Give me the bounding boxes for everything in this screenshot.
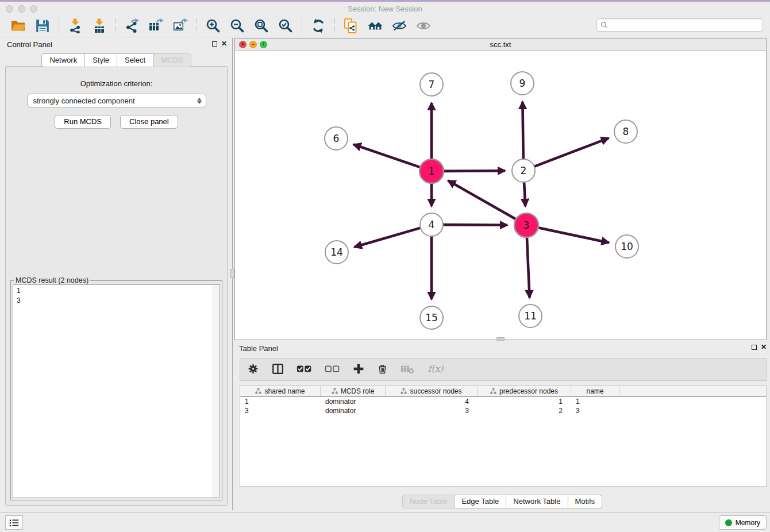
cell-name[interactable]: 1 — [571, 397, 619, 406]
toolbar-separator — [59, 18, 59, 34]
zoom-fit-icon — [254, 18, 269, 35]
copy-network-button[interactable] — [341, 18, 361, 35]
table-row[interactable]: 1dominator411 — [240, 397, 766, 406]
search-input[interactable] — [611, 21, 759, 29]
float-table-panel-icon[interactable] — [752, 345, 757, 350]
graph-edge-2-9[interactable] — [522, 102, 523, 159]
graph-node-15[interactable]: 15 — [420, 306, 443, 329]
import-network-button[interactable] — [65, 18, 86, 35]
open-file-button[interactable] — [8, 18, 29, 35]
criterion-dropdown[interactable]: strongly connected component — [27, 94, 206, 107]
cell-shared-name[interactable]: 1 — [240, 397, 321, 406]
close-panel-button[interactable]: Close panel — [120, 115, 178, 129]
mcds-result-area[interactable]: 1 3 — [13, 284, 220, 498]
table-row[interactable]: 3dominator323 — [240, 406, 766, 415]
splitter-grip[interactable] — [230, 269, 234, 278]
graph-edge-4-3[interactable] — [443, 225, 507, 225]
control-panel-title: Control Panel — [7, 40, 52, 49]
column-header-successor-nodes[interactable]: successor nodes — [386, 386, 478, 396]
graph-edge-2-8[interactable] — [534, 138, 609, 166]
graph-edge-2-3[interactable] — [524, 182, 525, 206]
cell-shared-name[interactable]: 3 — [240, 406, 321, 415]
tab-network[interactable]: Network — [41, 53, 85, 67]
apply-preferred-layout-button[interactable] — [308, 18, 329, 35]
split-view-button[interactable] — [272, 363, 284, 377]
column-label: name — [586, 387, 603, 395]
home-view-button[interactable] — [365, 18, 386, 35]
import-network-icon — [68, 18, 83, 35]
graph-node-8[interactable]: 8 — [614, 120, 637, 143]
cell-successor-nodes[interactable]: 4 — [386, 397, 478, 406]
search-field[interactable] — [596, 18, 763, 32]
close-table-panel-icon[interactable]: ✕ — [761, 344, 767, 350]
export-table-button[interactable] — [146, 18, 167, 35]
graph-edge-3-1[interactable] — [448, 180, 516, 219]
graph-node-6[interactable]: 6 — [325, 127, 348, 150]
save-session-button[interactable] — [32, 18, 53, 35]
cell-successor-nodes[interactable]: 3 — [386, 406, 478, 415]
network-resize-grip[interactable] — [496, 337, 505, 341]
run-mcds-button[interactable]: Run MCDS — [55, 115, 111, 129]
tab-network-table[interactable]: Network Table — [506, 495, 568, 508]
add-column-button[interactable] — [353, 363, 364, 377]
graph-edge-3-11[interactable] — [527, 237, 530, 298]
zoom-in-icon — [206, 18, 221, 35]
cell-MCDS-role[interactable]: dominator — [321, 406, 386, 415]
hide-selected-button[interactable] — [389, 18, 410, 35]
zoom-fit-button[interactable] — [251, 18, 272, 35]
network-window: ✕ – + scc.txt 7968124314101511 — [234, 38, 767, 340]
graph-node-7[interactable]: 7 — [420, 73, 443, 96]
column-header-name[interactable]: name — [571, 386, 619, 396]
cell-predecessor-nodes[interactable]: 1 — [478, 397, 571, 406]
graph-node-1[interactable]: 1 — [419, 159, 444, 183]
panel-splitter[interactable] — [230, 38, 234, 510]
network-window-titlebar[interactable]: ✕ – + scc.txt — [235, 38, 766, 51]
export-network-button[interactable] — [122, 18, 143, 35]
import-table-icon — [92, 18, 107, 35]
graph-edge-4-14[interactable] — [355, 228, 421, 247]
graph-node-14[interactable]: 14 — [325, 241, 348, 264]
table-panel-title: Table Panel — [239, 344, 278, 353]
search-icon — [600, 21, 608, 29]
float-panel-icon[interactable] — [212, 41, 217, 47]
graph-edge-3-10[interactable] — [538, 228, 609, 242]
memory-button[interactable]: Memory — [719, 515, 767, 530]
tab-motifs[interactable]: Motifs — [568, 495, 602, 508]
control-panel-tabs: NetworkStyleSelectMCDS — [2, 53, 230, 67]
tab-style[interactable]: Style — [85, 53, 117, 67]
graph-edge-1-6[interactable] — [353, 144, 420, 167]
task-history-button[interactable] — [5, 515, 23, 530]
import-table-button[interactable] — [89, 18, 110, 35]
cell-name[interactable]: 3 — [571, 406, 619, 415]
show-all-button[interactable] — [413, 18, 434, 35]
zoom-out-button[interactable] — [227, 18, 248, 35]
export-image-button[interactable] — [170, 18, 191, 35]
cell-MCDS-role[interactable]: dominator — [321, 397, 386, 406]
settings-button[interactable] — [247, 363, 259, 377]
column-header-predecessor-nodes[interactable]: predecessor nodes — [478, 386, 571, 396]
select-all-button[interactable] — [297, 363, 312, 377]
tab-edge-table[interactable]: Edge Table — [455, 495, 506, 508]
graph-node-2[interactable]: 2 — [512, 159, 535, 182]
graph-node-3[interactable]: 3 — [514, 213, 538, 237]
graph-node-10[interactable]: 10 — [615, 235, 638, 258]
column-header-MCDS-role[interactable]: MCDS role — [321, 386, 386, 396]
close-panel-icon[interactable]: ✕ — [221, 40, 227, 47]
zoom-selected-button[interactable] — [275, 18, 296, 35]
cell-predecessor-nodes[interactable]: 2 — [478, 406, 571, 415]
delete-column-button[interactable] — [377, 363, 388, 377]
deselect-all-button[interactable] — [325, 363, 340, 377]
tab-node-table[interactable]: Node Table — [402, 495, 455, 508]
tab-mcds[interactable]: MCDS — [153, 53, 191, 67]
tab-select[interactable]: Select — [117, 53, 153, 67]
zoom-in-button[interactable] — [203, 18, 224, 35]
graph-node-4[interactable]: 4 — [420, 213, 443, 236]
graph-node-11[interactable]: 11 — [519, 304, 542, 327]
column-header-shared-name[interactable]: shared name — [240, 386, 321, 396]
graph-node-9[interactable]: 9 — [511, 72, 534, 95]
network-canvas[interactable]: 7968124314101511 — [235, 51, 766, 340]
graph-edge-1-2[interactable] — [444, 171, 505, 171]
result-scrollbar[interactable] — [213, 285, 220, 498]
split-view-icon — [272, 363, 284, 377]
optimization-criterion-label: Optimization criterion: — [6, 79, 227, 88]
